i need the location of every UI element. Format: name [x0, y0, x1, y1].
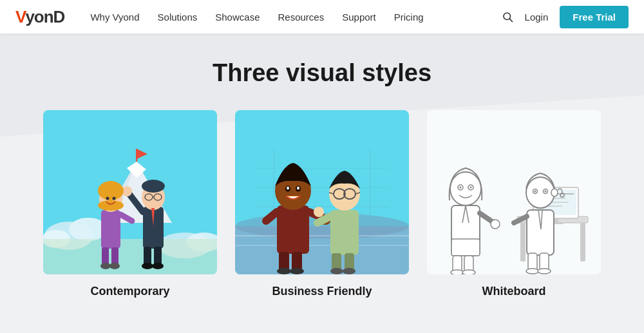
- card-image-business-friendly: [235, 110, 409, 274]
- svg-point-26: [152, 263, 164, 269]
- svg-point-108: [551, 189, 558, 196]
- card-contemporary: Contemporary: [43, 110, 217, 298]
- search-icon[interactable]: [502, 11, 513, 23]
- card-image-whiteboard: [427, 110, 601, 274]
- nav-support[interactable]: Support: [342, 12, 376, 23]
- svg-point-96: [491, 220, 500, 229]
- svg-point-73: [343, 268, 355, 274]
- svg-point-36: [100, 263, 111, 269]
- svg-rect-35: [111, 247, 118, 265]
- section-title: Three visual styles: [13, 59, 631, 87]
- svg-point-59: [277, 268, 291, 274]
- main-content: Three visual styles: [0, 33, 644, 333]
- svg-point-93: [460, 187, 462, 189]
- svg-rect-76: [520, 223, 526, 262]
- svg-point-69: [314, 207, 324, 217]
- svg-point-113: [526, 269, 539, 274]
- svg-rect-89: [451, 239, 480, 256]
- cards-container: Contemporary: [13, 110, 631, 298]
- card-image-contemporary: [43, 110, 217, 274]
- free-trial-button[interactable]: Free Trial: [560, 6, 629, 28]
- svg-rect-77: [580, 223, 585, 262]
- svg-rect-34: [102, 247, 109, 265]
- main-nav: Why Vyond Solutions Showcase Resources S…: [90, 12, 501, 23]
- card-label-contemporary: Contemporary: [90, 285, 169, 298]
- logo-v: V: [15, 7, 25, 26]
- site-header: VyonD Why Vyond Solutions Showcase Resou…: [0, 0, 644, 33]
- logo-rest: yonD: [25, 7, 64, 26]
- svg-point-29: [98, 181, 124, 200]
- nav-pricing[interactable]: Pricing: [394, 12, 424, 23]
- svg-point-60: [290, 268, 304, 274]
- business-illustration: [235, 110, 409, 274]
- svg-rect-48: [277, 205, 309, 254]
- svg-point-32: [113, 197, 116, 200]
- svg-point-16: [142, 180, 165, 193]
- svg-point-53: [297, 187, 299, 190]
- svg-point-37: [109, 263, 120, 269]
- svg-point-114: [538, 269, 551, 274]
- site-logo[interactable]: VyonD: [15, 7, 64, 27]
- header-right: Login Free Trial: [502, 6, 629, 28]
- svg-rect-101: [527, 210, 554, 255]
- svg-point-103: [526, 177, 554, 208]
- card-whiteboard: Whiteboard: [427, 110, 601, 298]
- svg-point-30: [98, 200, 124, 211]
- card-label-business-friendly: Business Friendly: [272, 285, 372, 298]
- svg-point-31: [106, 197, 109, 200]
- svg-point-99: [451, 270, 464, 274]
- login-link[interactable]: Login: [525, 12, 549, 23]
- svg-point-72: [330, 268, 343, 274]
- card-label-whiteboard: Whiteboard: [482, 285, 546, 298]
- nav-resources[interactable]: Resources: [278, 12, 324, 23]
- svg-rect-11: [43, 239, 217, 274]
- card-business-friendly: Business Friendly: [235, 110, 409, 298]
- svg-line-1: [509, 19, 512, 21]
- svg-rect-61: [330, 210, 359, 255]
- svg-point-52: [287, 187, 289, 190]
- nav-solutions[interactable]: Solutions: [158, 12, 198, 23]
- whiteboard-illustration: [427, 110, 601, 274]
- svg-rect-27: [101, 210, 120, 249]
- svg-point-100: [462, 270, 475, 274]
- contemporary-illustration: [43, 110, 217, 274]
- svg-point-25: [142, 263, 153, 269]
- nav-showcase[interactable]: Showcase: [215, 12, 260, 23]
- nav-why-vyond[interactable]: Why Vyond: [90, 12, 139, 23]
- svg-point-107: [545, 191, 547, 193]
- svg-point-106: [535, 191, 536, 193]
- svg-point-90: [450, 172, 481, 205]
- svg-point-94: [470, 187, 472, 189]
